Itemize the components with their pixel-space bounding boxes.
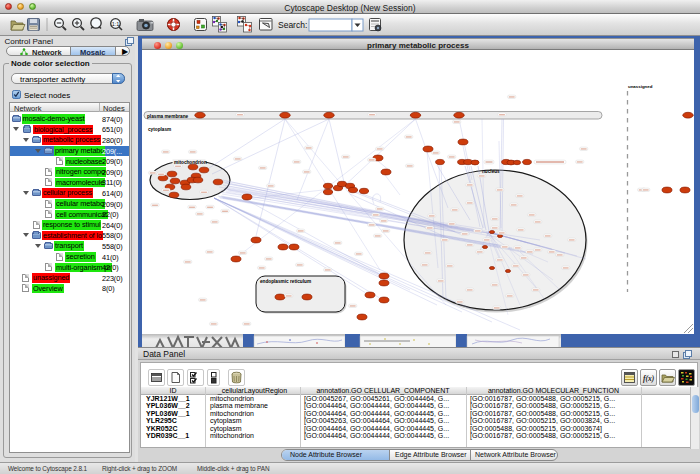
svg-text:nucleus: nucleus: [482, 169, 500, 174]
svg-text:cytoplasm: cytoplasm: [148, 127, 171, 132]
svg-text:1:1: 1:1: [112, 21, 120, 27]
svg-text:endoplasmic reticulum: endoplasmic reticulum: [260, 279, 311, 284]
svg-text:unassigned: unassigned: [628, 84, 653, 89]
svg-text:f(x): f(x): [643, 374, 655, 383]
svg-text:mitochondrion: mitochondrion: [174, 160, 207, 165]
svg-text:Search:: Search:: [278, 20, 307, 30]
svg-text:plasma membrane: plasma membrane: [147, 114, 189, 119]
